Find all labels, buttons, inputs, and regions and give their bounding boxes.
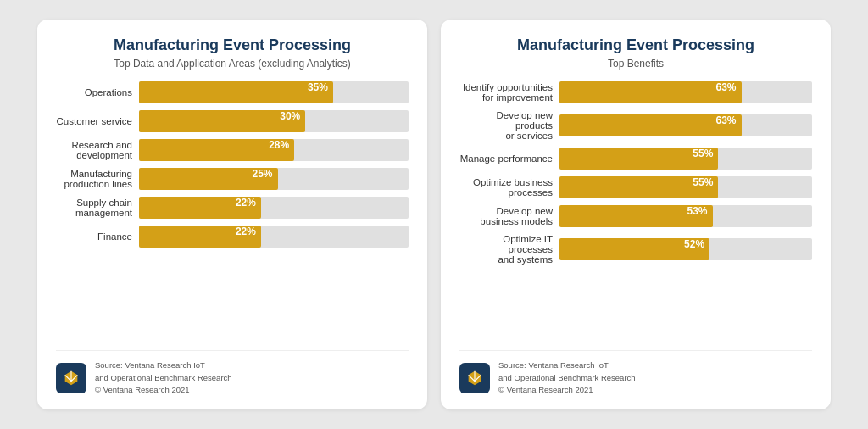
bar-track: 55% <box>559 176 812 198</box>
bar-track: 63% <box>559 114 812 136</box>
bar-fill: 28% <box>139 139 294 161</box>
bar-label: Supply chain management <box>56 198 132 218</box>
left-chart-subtitle: Top Data and Application Areas (excludin… <box>56 58 409 70</box>
right-footer-logo <box>459 363 490 393</box>
bar-pct-label: 53% <box>687 205 707 217</box>
bar-row: Optimize IT processes and systems52% <box>459 234 812 265</box>
bar-label: Identify opportunities for improvement <box>459 82 553 103</box>
bar-pct-label: 22% <box>236 197 256 209</box>
bar-row: Develop new business models53% <box>459 205 812 227</box>
bar-pct-label: 22% <box>236 226 256 237</box>
left-chart-title: Manufacturing Event Processing <box>56 36 409 55</box>
bar-label: Operations <box>56 87 132 98</box>
bar-label: Manufacturing production lines <box>56 169 132 189</box>
bar-track: 30% <box>139 110 409 132</box>
bar-label: Optimize business processes <box>459 177 553 198</box>
bar-label: Manage performance <box>459 153 553 164</box>
bar-row: Customer service30% <box>56 110 409 132</box>
bar-label: Optimize IT processes and systems <box>459 234 553 265</box>
bar-track: 22% <box>139 197 409 219</box>
bar-track: 25% <box>139 168 409 190</box>
bar-row: Research and development28% <box>56 139 409 161</box>
bar-track: 55% <box>559 148 812 170</box>
bar-label: Customer service <box>56 116 132 126</box>
bar-label: Develop new products or services <box>459 110 553 141</box>
right-chart-card: Manufacturing Event Processing Top Benef… <box>441 20 831 410</box>
bar-row: Optimize business processes55% <box>459 176 812 198</box>
bar-row: Operations35% <box>56 81 409 103</box>
bar-fill: 53% <box>559 205 713 227</box>
bar-fill: 22% <box>139 197 261 219</box>
bar-row: Supply chain management22% <box>56 197 409 219</box>
bar-pct-label: 52% <box>684 238 704 250</box>
left-footer-text: Source: Ventana Research IoT and Operati… <box>95 359 232 396</box>
bar-pct-label: 25% <box>253 168 273 180</box>
right-chart-title: Manufacturing Event Processing <box>459 36 812 55</box>
bar-fill: 35% <box>139 81 333 103</box>
bar-pct-label: 63% <box>716 81 737 93</box>
bar-label: Develop new business models <box>459 206 553 226</box>
bar-fill: 22% <box>139 226 261 248</box>
bar-fill: 55% <box>559 148 718 170</box>
charts-container: Manufacturing Event Processing Top Data … <box>0 0 868 429</box>
left-chart-footer: Source: Ventana Research IoT and Operati… <box>56 350 409 396</box>
right-chart-subtitle: Top Benefits <box>459 58 812 70</box>
bar-fill: 25% <box>139 168 278 190</box>
right-chart-footer: Source: Ventana Research IoT and Operati… <box>459 350 812 396</box>
bar-track: 22% <box>139 226 409 248</box>
bar-row: Finance22% <box>56 226 409 248</box>
left-footer-logo <box>56 363 86 393</box>
bar-pct-label: 55% <box>693 176 713 188</box>
bar-row: Manufacturing production lines25% <box>56 168 409 190</box>
bar-pct-label: 30% <box>280 110 300 122</box>
left-bar-rows: Operations35%Customer service30%Research… <box>56 81 409 339</box>
bar-track: 53% <box>559 205 812 227</box>
bar-row: Identify opportunities for improvement63… <box>459 81 812 103</box>
left-chart-card: Manufacturing Event Processing Top Data … <box>37 20 427 410</box>
bar-label: Research and development <box>56 140 132 160</box>
bar-pct-label: 55% <box>693 148 713 159</box>
bar-fill: 63% <box>559 114 742 136</box>
right-footer-text: Source: Ventana Research IoT and Operati… <box>498 359 636 396</box>
bar-track: 52% <box>559 238 812 260</box>
bar-pct-label: 28% <box>269 139 289 151</box>
bar-track: 28% <box>139 139 409 161</box>
right-bar-rows: Identify opportunities for improvement63… <box>459 81 812 339</box>
bar-pct-label: 63% <box>716 114 737 126</box>
bar-label: Finance <box>56 231 132 242</box>
bar-pct-label: 35% <box>308 81 328 93</box>
bar-row: Develop new products or services63% <box>459 110 812 141</box>
bar-row: Manage performance55% <box>459 148 812 170</box>
bar-fill: 63% <box>559 81 742 103</box>
bar-track: 35% <box>139 81 409 103</box>
bar-track: 63% <box>559 81 812 103</box>
bar-fill: 30% <box>139 110 305 132</box>
bar-fill: 52% <box>559 238 709 260</box>
bar-fill: 55% <box>559 176 718 198</box>
